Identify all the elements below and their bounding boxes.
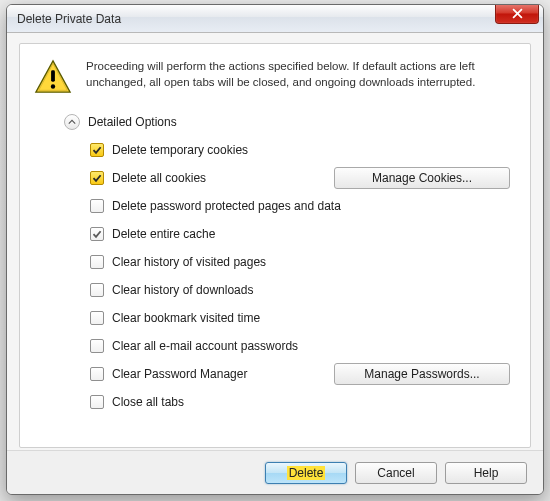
check-icon <box>92 229 102 239</box>
svg-point-3 <box>51 84 55 88</box>
close-button[interactable] <box>495 4 539 24</box>
option-label: Clear Password Manager <box>112 367 247 381</box>
option-row: Clear all e-mail account passwords <box>90 332 510 360</box>
option-label: Clear all e-mail account passwords <box>112 339 298 353</box>
option-row: Clear bookmark visited time <box>90 304 510 332</box>
option-label: Delete password protected pages and data <box>112 199 341 213</box>
option-label: Delete all cookies <box>112 171 206 185</box>
option-label: Clear history of downloads <box>112 283 253 297</box>
cancel-button[interactable]: Cancel <box>355 462 437 484</box>
warning-text: Proceeding will perform the actions spec… <box>86 58 516 90</box>
svg-rect-2 <box>51 70 55 81</box>
delete-private-data-dialog: Delete Private Data Proceeding will perf… <box>6 4 544 495</box>
checkbox[interactable] <box>90 227 104 241</box>
dialog-footer: Delete Cancel Help <box>7 450 543 494</box>
cancel-button-label: Cancel <box>377 466 414 480</box>
option-row: Close all tabs <box>90 388 510 416</box>
dialog-body: Proceeding will perform the actions spec… <box>19 43 531 448</box>
window-title: Delete Private Data <box>7 12 121 26</box>
checkbox[interactable] <box>90 199 104 213</box>
help-button[interactable]: Help <box>445 462 527 484</box>
warning-row: Proceeding will perform the actions spec… <box>34 58 516 96</box>
option-label: Delete entire cache <box>112 227 215 241</box>
option-row: Delete all cookiesManage Cookies... <box>90 164 510 192</box>
option-label: Clear history of visited pages <box>112 255 266 269</box>
option-row: Clear Password ManagerManage Passwords..… <box>90 360 510 388</box>
checkbox[interactable] <box>90 367 104 381</box>
delete-button-label: Delete <box>287 466 326 480</box>
checkbox[interactable] <box>90 395 104 409</box>
option-row: Delete temporary cookies <box>90 136 510 164</box>
close-icon <box>512 8 523 19</box>
option-row: Clear history of visited pages <box>90 248 510 276</box>
option-row: Delete password protected pages and data <box>90 192 510 220</box>
option-label: Delete temporary cookies <box>112 143 248 157</box>
help-button-label: Help <box>474 466 499 480</box>
checkbox[interactable] <box>90 311 104 325</box>
delete-button[interactable]: Delete <box>265 462 347 484</box>
checkbox[interactable] <box>90 171 104 185</box>
warning-icon <box>34 58 72 96</box>
option-label: Clear bookmark visited time <box>112 311 260 325</box>
checkbox[interactable] <box>90 339 104 353</box>
options-list: Delete temporary cookiesDelete all cooki… <box>90 136 510 416</box>
detailed-options-toggle[interactable]: Detailed Options <box>64 114 516 130</box>
option-row: Clear history of downloads <box>90 276 510 304</box>
chevron-up-icon <box>64 114 80 130</box>
option-label: Close all tabs <box>112 395 184 409</box>
detailed-options-label: Detailed Options <box>88 115 177 129</box>
option-row: Delete entire cache <box>90 220 510 248</box>
titlebar[interactable]: Delete Private Data <box>7 5 543 33</box>
check-icon <box>92 173 102 183</box>
manage-passwords-button[interactable]: Manage Passwords... <box>334 363 510 385</box>
manage-cookies-button[interactable]: Manage Cookies... <box>334 167 510 189</box>
checkbox[interactable] <box>90 143 104 157</box>
check-icon <box>92 145 102 155</box>
checkbox[interactable] <box>90 283 104 297</box>
checkbox[interactable] <box>90 255 104 269</box>
